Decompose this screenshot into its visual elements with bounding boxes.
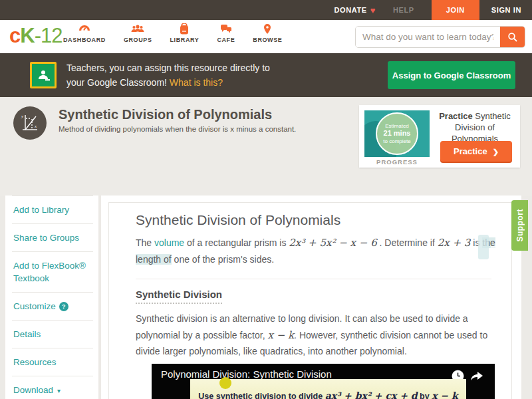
- content-card: Synthetic Division of Polynomials The vo…: [108, 202, 512, 399]
- topbar: DONATE♥ HELP JOIN SIGN IN: [0, 0, 532, 20]
- section-heading[interactable]: Synthetic Division: [136, 289, 222, 304]
- content-title: Synthetic Division of Polynomials: [136, 212, 511, 228]
- resource-header: yx Synthetic Division of Polynomials Met…: [0, 97, 532, 196]
- video-title: Polynomial Division: Synthetic Division: [161, 368, 332, 380]
- question-badge-icon[interactable]: ?: [59, 302, 68, 311]
- resource-subtitle: Method of dividing polynomials when the …: [59, 125, 296, 133]
- svg-text:x: x: [34, 124, 37, 129]
- signin-button[interactable]: SIGN IN: [491, 6, 521, 14]
- donate-link[interactable]: DONATE♥: [334, 5, 376, 15]
- practice-thumbnail[interactable]: Estimated 21 mins to complete: [364, 110, 430, 157]
- badge-line1: Estimated: [385, 123, 409, 130]
- nav-label: DASHBOARD: [63, 37, 106, 43]
- slide-text: Use synthetic division to divide ax³ + b…: [190, 390, 466, 399]
- customize-label: Customize: [13, 301, 56, 311]
- intro-text: of a rectangular prism is: [184, 237, 289, 248]
- intro-text: is: [470, 237, 482, 248]
- groups-icon: [130, 23, 145, 35]
- badge-line2: 21 mins: [384, 129, 411, 138]
- search-input[interactable]: [356, 27, 500, 47]
- chevron-right-icon: ❯: [493, 148, 499, 156]
- svg-text:y: y: [21, 114, 24, 119]
- practice-card: Estimated 21 mins to complete PROGRESS P…: [359, 105, 520, 168]
- cafe-icon: [219, 23, 233, 35]
- math-expression: 2x + 3: [438, 237, 471, 249]
- library-icon: [179, 23, 190, 35]
- what-is-this-link[interactable]: What is this?: [170, 77, 223, 88]
- math-expression: 2x³ + 5x² − x − 6: [289, 237, 376, 249]
- search-button[interactable]: [500, 27, 525, 47]
- banner-message: Teachers, you can assign this resource d…: [66, 61, 270, 90]
- math-expression: ax³ + bx² + cx + d: [325, 390, 418, 399]
- nav-label: LIBRARY: [170, 37, 200, 43]
- practice-button[interactable]: Practice❯: [440, 141, 512, 162]
- nav-browse[interactable]: BROWSE: [253, 23, 282, 43]
- help-link[interactable]: HELP: [393, 6, 414, 14]
- dashboard-icon: [78, 23, 91, 35]
- section-divider: [136, 279, 491, 279]
- main-header: cK-12 DASHBOARD GROUPS LIBRARY CAFE BROW…: [0, 20, 532, 53]
- intro-text: one of the prism's sides.: [172, 254, 274, 265]
- share-icon[interactable]: [469, 370, 484, 384]
- nav-dashboard[interactable]: DASHBOARD: [63, 23, 106, 43]
- logo-c: c: [9, 24, 20, 47]
- nav-label: GROUPS: [124, 37, 152, 43]
- sidebar-item-add-to-library[interactable]: Add to Library: [12, 196, 93, 224]
- assign-to-classroom-button[interactable]: Assign to Google Classroom: [388, 61, 515, 89]
- caret-down-icon: ▾: [57, 387, 61, 394]
- logo-k: K: [20, 24, 34, 47]
- section-paragraph: Synthetic division is an alternative to …: [136, 311, 508, 360]
- nav-cafe[interactable]: CAFE: [217, 23, 235, 43]
- video-slide: Use synthetic division to divide ax³ + b…: [190, 379, 466, 399]
- sidebar: Add to Library Share to Groups Add to Fl…: [5, 196, 98, 399]
- sidebar-item-resources[interactable]: Resources: [12, 348, 93, 376]
- nav-label: BROWSE: [253, 37, 282, 43]
- primary-nav: DASHBOARD GROUPS LIBRARY CAFE BROWSE: [63, 23, 282, 43]
- search-icon: [507, 32, 518, 43]
- ck12-logo[interactable]: cK-12: [9, 24, 62, 48]
- support-tab-label: Support: [515, 209, 525, 242]
- sidebar-item-customize[interactable]: Customize?: [12, 293, 93, 321]
- search-bar: [355, 26, 525, 48]
- browse-icon: [263, 23, 272, 35]
- donate-label: DONATE: [334, 6, 366, 14]
- intro-text: The: [136, 237, 154, 248]
- sidebar-item-add-to-flexbook[interactable]: Add to FlexBook® Textbook: [12, 252, 93, 293]
- nav-label: CAFE: [217, 37, 235, 43]
- slide-prefix: Use synthetic division to divide: [198, 392, 325, 399]
- math-expression: x − k: [432, 390, 458, 399]
- intro-text: . Determine if: [377, 237, 438, 248]
- heart-icon: ♥: [370, 5, 376, 15]
- nav-groups[interactable]: GROUPS: [124, 23, 152, 43]
- sidebar-item-details[interactable]: Details: [12, 321, 93, 348]
- join-button[interactable]: JOIN: [432, 0, 479, 20]
- math-expression: x − k: [267, 329, 294, 341]
- practice-caption: Practice Synthetic Division of Polynomia…: [434, 110, 516, 144]
- content-panel: Synthetic Division of Polynomials The vo…: [101, 196, 521, 399]
- google-classroom-icon: [30, 62, 57, 88]
- support-tab[interactable]: Support: [511, 200, 528, 251]
- intro-paragraph: The volume of a rectangular prism is 2x³…: [136, 235, 500, 268]
- volume-link[interactable]: volume: [154, 237, 184, 248]
- practice-button-label: Practice: [454, 146, 487, 156]
- nav-library[interactable]: LIBRARY: [170, 23, 200, 43]
- banner-line1: Teachers, you can assign this resource d…: [66, 63, 270, 73]
- concept-graph-icon: yx: [13, 106, 47, 140]
- practice-caption-bold: Practice: [439, 111, 473, 121]
- video-player[interactable]: Polynomial Division: Synthetic Division …: [152, 364, 495, 399]
- sidebar-item-download[interactable]: Download▾: [12, 376, 93, 399]
- resource-title: Synthetic Division of Polynomials: [59, 107, 272, 122]
- banner-line2: your Google Classroom!: [66, 77, 167, 88]
- estimated-time-badge: Estimated 21 mins to complete: [376, 112, 418, 155]
- sidebar-item-share-to-groups[interactable]: Share to Groups: [12, 224, 93, 252]
- badge-line3: to complete: [383, 138, 410, 145]
- classroom-banner: Teachers, you can assign this resource d…: [0, 53, 532, 97]
- progress-label: PROGRESS: [364, 158, 430, 166]
- yellow-ball: [219, 377, 231, 389]
- logo-12: -12: [35, 24, 63, 47]
- slide-by: by: [418, 392, 432, 399]
- download-label: Download: [13, 385, 53, 395]
